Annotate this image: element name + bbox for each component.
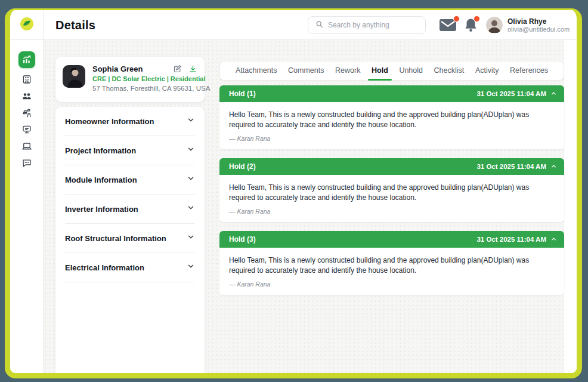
hold-card-1-body: Hello Team, This is a newly constructed … (219, 102, 564, 149)
customer-card: Sophia Green CRE | DC Solar Electric | R… (55, 57, 205, 102)
search-icon (315, 20, 323, 30)
main-content: Sophia Green CRE | DC Solar Electric | R… (44, 40, 577, 373)
tab-unhold[interactable]: Unhold (399, 61, 423, 81)
body: Sophia Green CRE | DC Solar Electric | R… (10, 40, 577, 373)
logo-column (10, 10, 44, 40)
hold-card-3: Hold (3) 31 Oct 2025 11:04 AM Hello Team… (219, 231, 564, 295)
accordion-section-module[interactable]: Module Information (65, 165, 195, 195)
chevron-up-icon (550, 90, 557, 98)
customer-avatar (63, 65, 85, 88)
nav-chat-bubble-icon[interactable] (18, 155, 35, 171)
hold-timestamp: 31 Oct 2025 11:04 AM (476, 163, 546, 170)
tab-references[interactable]: References (510, 61, 548, 81)
hold-card-2-header[interactable]: Hold (2) 31 Oct 2025 11:04 AM (219, 158, 564, 175)
app-logo-leaf-icon (20, 17, 34, 33)
hold-card-3-body: Hello Team, This is a newly constructed … (219, 248, 564, 295)
nav-analytics-chart-icon[interactable] (18, 51, 35, 68)
left-panel: Sophia Green CRE | DC Solar Electric | R… (55, 57, 205, 373)
notifications-button[interactable] (465, 18, 477, 35)
top-header: Details Olivia Rhye o (10, 10, 577, 40)
user-email: olivia@untitledui.com (507, 26, 570, 33)
tab-activity[interactable]: Activity (475, 61, 499, 81)
accordion-section-project[interactable]: Project Information (65, 136, 195, 165)
accordion-section-roof-structural[interactable]: Roof Structural Information (65, 224, 195, 253)
search-input[interactable] (328, 21, 420, 29)
tab-attachments[interactable]: Attachments (236, 61, 277, 81)
edit-icon[interactable] (173, 64, 182, 76)
right-panel: Attachments Comments Rework Hold Unhold … (219, 61, 564, 304)
chevron-down-icon (187, 233, 195, 244)
hold-title: Hold (2) (229, 162, 256, 171)
accordion-section-homeowner[interactable]: Homeowner Information (65, 107, 195, 136)
hold-card-3-header[interactable]: Hold (3) 31 Oct 2025 11:04 AM (219, 231, 564, 248)
chevron-down-icon (187, 262, 195, 273)
hold-author: — Karan Rana (229, 281, 555, 288)
chevron-down-icon (187, 174, 195, 185)
chevron-down-icon (187, 204, 195, 214)
hold-timestamp: 31 Oct 2025 11:04 AM (476, 90, 546, 97)
bell-notification-badge (474, 16, 480, 22)
chevron-down-icon (187, 145, 195, 156)
nav-kiosk-monitor-icon[interactable] (18, 121, 35, 138)
user-avatar (486, 17, 503, 33)
active-tab-underline (368, 79, 392, 81)
hold-message: Hello Team, This is a newly constructed … (229, 110, 555, 130)
side-navigation (10, 40, 44, 373)
hold-timestamp: 31 Oct 2025 11:04 AM (476, 236, 546, 243)
user-name: Olivia Rhye (507, 17, 570, 26)
hold-card-2: Hold (2) 31 Oct 2025 11:04 AM Hello Team… (219, 158, 564, 222)
page-title: Details (55, 10, 95, 40)
app-window: Details Olivia Rhye o (5, 8, 582, 378)
chevron-down-icon (187, 116, 195, 127)
info-accordion: Homeowner Information Project Informatio… (55, 107, 205, 373)
chevron-up-icon (550, 236, 557, 244)
customer-address: 57 Thomas, Foresthill, CA 95631, USA (92, 85, 197, 92)
accordion-section-inverter[interactable]: Inverter Information (65, 195, 195, 224)
tabs-bar: Attachments Comments Rework Hold Unhold … (219, 61, 564, 81)
nav-team-users-icon[interactable] (18, 88, 35, 104)
chevron-up-icon (550, 163, 557, 171)
hold-card-2-body: Hello Team, This is a newly constructed … (219, 175, 564, 222)
download-icon[interactable] (188, 64, 197, 76)
scrollbar-track (564, 40, 577, 373)
nav-company-building-icon[interactable] (18, 71, 35, 88)
tab-hold[interactable]: Hold (372, 61, 388, 81)
hold-title: Hold (1) (229, 90, 256, 98)
global-search[interactable] (308, 16, 426, 34)
tab-comments[interactable]: Comments (288, 61, 324, 81)
hold-card-1: Hold (1) 31 Oct 2025 11:04 AM Hello Team… (219, 85, 564, 149)
app-frame: Details Olivia Rhye o (0, 0, 588, 382)
mail-button[interactable] (439, 18, 457, 35)
nav-laptop-icon[interactable] (18, 138, 35, 155)
user-profile-chip[interactable]: Olivia Rhye olivia@untitledui.com (486, 17, 570, 33)
customer-meta: CRE | DC Solar Electric | Residential (92, 75, 197, 82)
hold-card-1-header[interactable]: Hold (1) 31 Oct 2025 11:04 AM (219, 85, 564, 102)
hold-author: — Karan Rana (229, 208, 555, 215)
nav-installer-worker-icon[interactable] (18, 104, 35, 121)
hold-title: Hold (3) (229, 235, 256, 244)
hold-message: Hello Team, This is a newly constructed … (229, 183, 555, 203)
tab-checklist[interactable]: Checklist (434, 61, 465, 81)
hold-message: Hello Team, This is a newly constructed … (229, 255, 555, 276)
hold-author: — Karan Rana (229, 135, 555, 142)
mail-notification-badge (453, 16, 460, 22)
tab-rework[interactable]: Rework (335, 61, 360, 81)
accordion-section-electrical[interactable]: Electrical Information (65, 253, 195, 282)
